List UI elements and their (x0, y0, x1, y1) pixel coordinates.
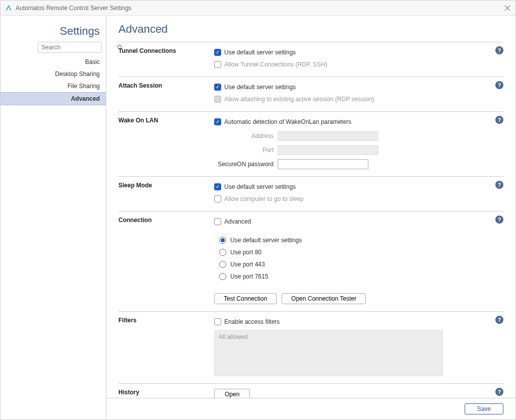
filters-listbox: All allowed (214, 330, 443, 376)
tunnel-allow-row: Allow Tunnel Connections (RDP, SSH) (214, 59, 503, 69)
section-attach-body: Use default server settings Allow attach… (214, 82, 503, 104)
tunnel-default-checkbox[interactable] (214, 49, 221, 56)
radio-default[interactable]: Use default server settings (219, 237, 503, 244)
section-filters-label: Filters (118, 317, 214, 376)
attach-default-row: Use default server settings (214, 82, 503, 92)
connection-advanced-label: Advanced (224, 218, 251, 225)
app-logo-icon (5, 4, 13, 12)
sleep-default-row: Use default server settings (214, 182, 503, 192)
wol-address-row: Address (214, 131, 503, 141)
sleep-default-checkbox[interactable] (214, 183, 221, 190)
save-button[interactable]: Save (465, 403, 503, 414)
attach-default-label: Use default server settings (224, 84, 296, 91)
wol-secureon-label: SecureON password (214, 161, 274, 168)
help-icon[interactable]: ? (495, 216, 503, 224)
section-wol-label: Wake On LAN (118, 117, 214, 169)
section-history-label: History (118, 389, 214, 398)
attach-allow-label: Allow attaching to existing active sessi… (224, 96, 374, 103)
radio-port-443[interactable]: Use port 443 (219, 261, 503, 268)
section-sleep: Sleep Mode Use default server settings A… (118, 176, 503, 211)
close-icon[interactable] (503, 4, 511, 12)
section-attach-label: Attach Session (118, 82, 214, 104)
wol-address-label: Address (214, 132, 274, 139)
section-history: History Open ? (118, 383, 503, 398)
filters-enable-label: Enable access filters (224, 318, 280, 325)
wol-auto-label: Automatic detection of WakeOnLan paramet… (224, 118, 351, 125)
titlebar: Automatos Remote Control Server Settings (1, 1, 515, 16)
section-sleep-label: Sleep Mode (118, 182, 214, 204)
sidebar-item-desktop-sharing[interactable]: Desktop Sharing (1, 68, 106, 80)
section-wol: Wake On LAN Automatic detection of WakeO… (118, 111, 503, 176)
section-connection: Connection Advanced Use default server s… (118, 211, 503, 311)
open-connection-tester-button[interactable]: Open Connection Tester (282, 293, 366, 304)
attach-allow-row: Allow attaching to existing active sessi… (214, 94, 503, 104)
radio-default-indicator (219, 237, 226, 244)
radio-port-80-label: Use port 80 (230, 249, 262, 256)
main-container: Settings Basic Desktop Sharing File Shar… (1, 16, 515, 419)
section-connection-body: Advanced Use default server settings Use… (214, 217, 503, 304)
radio-port-7615-label: Use port 7615 (230, 273, 268, 280)
sidebar-title: Settings (1, 23, 106, 42)
wol-secureon-input[interactable] (278, 159, 368, 169)
radio-port-443-indicator (219, 261, 226, 268)
connection-radio-group: Use default server settings Use port 80 … (214, 237, 503, 280)
section-history-body: Open (214, 389, 503, 398)
search-wrap (38, 42, 102, 53)
section-wol-body: Automatic detection of WakeOnLan paramet… (214, 117, 503, 169)
sleep-allow-label: Allow computer to go to sleep (224, 195, 303, 202)
tunnel-default-row: Use default server settings (214, 47, 503, 57)
wol-port-input (278, 145, 378, 155)
wol-port-label: Port (214, 147, 274, 154)
footer: Save (106, 398, 515, 419)
radio-port-443-label: Use port 443 (230, 261, 265, 268)
sleep-allow-checkbox[interactable] (214, 195, 221, 202)
main-panel: Advanced Tunnel Connections Use default … (106, 16, 515, 419)
content-scroll: Advanced Tunnel Connections Use default … (106, 16, 515, 398)
radio-port-7615[interactable]: Use port 7615 (219, 273, 503, 280)
radio-port-7615-indicator (219, 273, 226, 280)
help-icon[interactable]: ? (495, 116, 503, 124)
filters-enable-checkbox[interactable] (214, 318, 221, 325)
radio-default-label: Use default server settings (230, 237, 302, 244)
section-connection-label: Connection (118, 217, 214, 304)
attach-allow-checkbox (214, 96, 221, 103)
radio-port-80-indicator (219, 249, 226, 256)
sidebar-item-file-sharing[interactable]: File Sharing (1, 80, 106, 92)
attach-default-checkbox[interactable] (214, 84, 221, 91)
sleep-allow-row: Allow computer to go to sleep (214, 194, 503, 204)
section-tunnel-label: Tunnel Connections (118, 47, 214, 69)
radio-port-80[interactable]: Use port 80 (219, 249, 503, 256)
sidebar-nav: Basic Desktop Sharing File Sharing Advan… (1, 56, 106, 105)
help-icon[interactable]: ? (495, 388, 503, 396)
wol-auto-checkbox[interactable] (214, 118, 221, 125)
sidebar-item-basic[interactable]: Basic (1, 56, 106, 68)
page-title: Advanced (118, 23, 503, 42)
connection-buttons: Test Connection Open Connection Tester (214, 293, 503, 304)
tunnel-allow-label: Allow Tunnel Connections (RDP, SSH) (224, 61, 328, 68)
help-icon[interactable]: ? (495, 46, 503, 54)
wol-auto-row: Automatic detection of WakeOnLan paramet… (214, 117, 503, 127)
tunnel-allow-checkbox[interactable] (214, 61, 221, 68)
sidebar-item-advanced[interactable]: Advanced (1, 92, 106, 105)
wol-secureon-row: SecureON password (214, 159, 503, 169)
sleep-default-label: Use default server settings (224, 183, 296, 190)
section-tunnel: Tunnel Connections Use default server se… (118, 42, 503, 77)
sidebar: Settings Basic Desktop Sharing File Shar… (1, 16, 106, 419)
section-attach: Attach Session Use default server settin… (118, 77, 503, 111)
section-filters: Filters Enable access filters All allowe… (118, 311, 503, 383)
wol-address-input (278, 131, 378, 141)
help-icon[interactable]: ? (495, 181, 503, 189)
section-sleep-body: Use default server settings Allow comput… (214, 182, 503, 204)
help-icon[interactable]: ? (495, 81, 503, 89)
search-input[interactable] (41, 44, 117, 51)
filters-enable-row: Enable access filters (214, 317, 503, 327)
test-connection-button[interactable]: Test Connection (214, 293, 277, 304)
section-filters-body: Enable access filters All allowed (214, 317, 503, 376)
connection-advanced-checkbox[interactable] (214, 218, 221, 225)
help-icon[interactable]: ? (495, 316, 503, 324)
tunnel-default-label: Use default server settings (224, 49, 296, 56)
connection-advanced-row: Advanced (214, 217, 503, 227)
section-tunnel-body: Use default server settings Allow Tunnel… (214, 47, 503, 69)
history-open-button[interactable]: Open (214, 389, 250, 398)
wol-port-row: Port (214, 145, 503, 155)
